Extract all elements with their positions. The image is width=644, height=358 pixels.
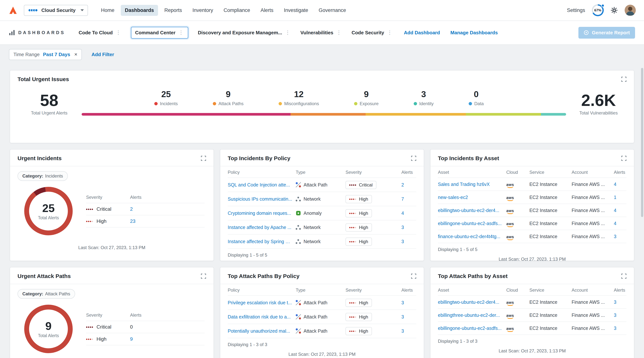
card-top-incidents-by-asset: Top Incidents By Asset Asset Cloud Servi…: [430, 149, 634, 261]
expand-icon[interactable]: [201, 156, 206, 161]
alerts-count-link[interactable]: 3: [402, 300, 416, 305]
nav-item-alerts[interactable]: Alerts: [256, 5, 278, 16]
generate-report-button[interactable]: Generate Report: [578, 27, 635, 39]
asset-link[interactable]: ebillingone-ubuntu-ec2-asdfs...: [438, 221, 503, 226]
stat-label: Total Urgent Alerts: [26, 110, 72, 116]
expand-icon[interactable]: [201, 273, 206, 279]
attack-path-icon: [296, 328, 301, 333]
severity-badge: High: [346, 223, 372, 232]
alerts-count-link[interactable]: 4: [402, 210, 416, 216]
alerts-count-link[interactable]: 4: [614, 221, 626, 226]
expand-icon[interactable]: [621, 273, 626, 279]
account-cell: Finance AWS ...: [572, 221, 611, 226]
expand-icon[interactable]: [411, 156, 416, 161]
time-range-filter-chip[interactable]: Time Range Past 7 Days ×: [9, 49, 82, 60]
vertical-scrollbar[interactable]: [641, 68, 643, 217]
alerts-count-link[interactable]: 4: [614, 208, 626, 213]
nav-item-inventory[interactable]: Inventory: [188, 5, 217, 16]
table-row: Potentially unauthorized mal... Attack P…: [228, 324, 416, 338]
nav-item-investigate[interactable]: Investigate: [280, 5, 312, 16]
service-cell: EC2 Instance: [530, 299, 569, 305]
asset-link[interactable]: ebillingone-ubuntu-ec2-asdfs...: [438, 325, 503, 331]
last-scan-text: Last Scan: Oct 27, 2023, 1:13 PM: [220, 347, 424, 358]
kebab-menu-icon[interactable]: ⋮: [336, 30, 342, 35]
asset-link[interactable]: ebillingtwo-ubuntu-ec2-der4...: [438, 208, 503, 213]
asset-link[interactable]: ebillingthree-ubuntu-ec2-der...: [438, 312, 503, 318]
tab-discovery-exposure[interactable]: Discovery and Exposure Managem... ⋮: [198, 30, 291, 36]
tab-vulnerabilities[interactable]: Vulnerabilities ⋮: [300, 30, 342, 36]
alerts-count-link[interactable]: 3: [614, 325, 626, 331]
network-icon: [296, 239, 301, 244]
product-selector[interactable]: Cloud Security: [24, 5, 88, 16]
alerts-count-link[interactable]: 3: [614, 234, 626, 239]
severity-dots-icon: [86, 326, 93, 328]
card-title: Top Attack Paths By Policy: [228, 273, 300, 279]
asset-link[interactable]: finance-ubuntu-ec2-der4t4tg...: [438, 234, 503, 239]
tab-code-security[interactable]: Code Security ⋮: [352, 30, 393, 36]
alerts-count-link[interactable]: 7: [402, 196, 416, 202]
tab-command-center[interactable]: Command Center ⋮: [131, 27, 188, 39]
manage-dashboards-link[interactable]: Manage Dashboards: [450, 30, 498, 36]
kebab-menu-icon[interactable]: ⋮: [115, 30, 121, 35]
table-row: SQL and Code Injection atte... Attack Pa…: [228, 178, 416, 192]
alerts-count-link[interactable]: 2: [402, 182, 416, 188]
severity-row: Critical 2: [86, 203, 204, 215]
metric-identity: 3 Identity: [414, 89, 434, 106]
expand-icon[interactable]: [411, 273, 416, 279]
donut-label: Total Alerts: [38, 215, 59, 220]
gear-icon[interactable]: [610, 7, 618, 14]
alerts-count-link[interactable]: 0: [130, 324, 133, 330]
service-cell: EC2 Instance: [530, 208, 569, 213]
alerts-count-link[interactable]: 3: [402, 328, 416, 334]
tab-code-to-cloud[interactable]: Code To Cloud ⋮: [79, 30, 121, 36]
settings-link[interactable]: Settings: [567, 8, 585, 13]
expand-icon[interactable]: [621, 156, 626, 161]
asset-link[interactable]: ebillingtwo-ubuntu-ec2-der4...: [438, 299, 503, 305]
time-range-value[interactable]: Past 7 Days: [43, 52, 70, 58]
table-header: Severity Alerts: [86, 309, 204, 321]
policy-link[interactable]: Privilege escalation risk due t...: [228, 300, 293, 305]
kebab-menu-icon[interactable]: ⋮: [285, 30, 291, 35]
policy-type-cell: Network: [296, 196, 342, 202]
asset-link[interactable]: Sales and Trading hz6vX: [438, 182, 503, 187]
table-header: Severity Alerts: [86, 192, 204, 203]
brand-logo-icon[interactable]: [8, 6, 18, 15]
policy-link[interactable]: Instance affected by Spring Fr...: [228, 239, 293, 244]
alerts-count-link[interactable]: 3: [402, 314, 416, 319]
nav-item-compliance[interactable]: Compliance: [220, 5, 254, 16]
alerts-count-link[interactable]: 3: [614, 312, 626, 318]
attack-path-icon: [296, 314, 301, 319]
close-icon[interactable]: ×: [74, 52, 77, 57]
stat-label: Total Vulnerabilities: [576, 110, 621, 116]
card-title: Top Attack Paths by Asset: [438, 273, 508, 279]
alerts-count-link[interactable]: 3: [614, 299, 626, 305]
kebab-menu-icon[interactable]: ⋮: [178, 30, 184, 35]
policy-link[interactable]: SQL and Code Injection atte...: [228, 182, 293, 188]
nav-item-dashboards[interactable]: Dashboards: [121, 5, 158, 16]
kebab-menu-icon[interactable]: ⋮: [387, 30, 393, 35]
policy-link[interactable]: Potentially unauthorized mal...: [228, 328, 293, 334]
nav-item-governance[interactable]: Governance: [314, 5, 350, 16]
aws-logo-icon: aws: [506, 183, 514, 188]
alerts-count-link[interactable]: 9: [130, 336, 133, 342]
user-avatar[interactable]: [624, 5, 636, 16]
policy-link[interactable]: Instance affected by Apache ...: [228, 225, 293, 230]
alerts-count-link[interactable]: 4: [614, 182, 626, 187]
policy-link[interactable]: Data exfiltration risk due to a...: [228, 314, 293, 319]
add-filter-link[interactable]: Add Filter: [92, 52, 114, 58]
aws-logo-icon: aws: [506, 222, 514, 227]
nav-item-home[interactable]: Home: [97, 5, 118, 16]
nav-item-reports[interactable]: Reports: [160, 5, 186, 16]
alerts-count-link[interactable]: 1: [614, 195, 626, 200]
asset-link[interactable]: new-sales-ec2: [438, 195, 503, 200]
alerts-count-link[interactable]: 2: [130, 206, 133, 212]
policy-link[interactable]: Cryptomining domain reques...: [228, 210, 293, 216]
alerts-count-link[interactable]: 3: [402, 225, 416, 230]
expand-icon[interactable]: [621, 77, 626, 82]
alerts-count-link[interactable]: 3: [402, 239, 416, 244]
usage-progress-badge[interactable]: 67%: [592, 4, 604, 16]
alerts-count-link[interactable]: 23: [130, 218, 136, 224]
add-dashboard-link[interactable]: Add Dashboard: [404, 30, 440, 36]
table-row: ebillingtwo-ubuntu-ec2-der4... aws EC2 I…: [438, 204, 626, 217]
policy-link[interactable]: Suspicious IPs communicatin...: [228, 196, 293, 202]
